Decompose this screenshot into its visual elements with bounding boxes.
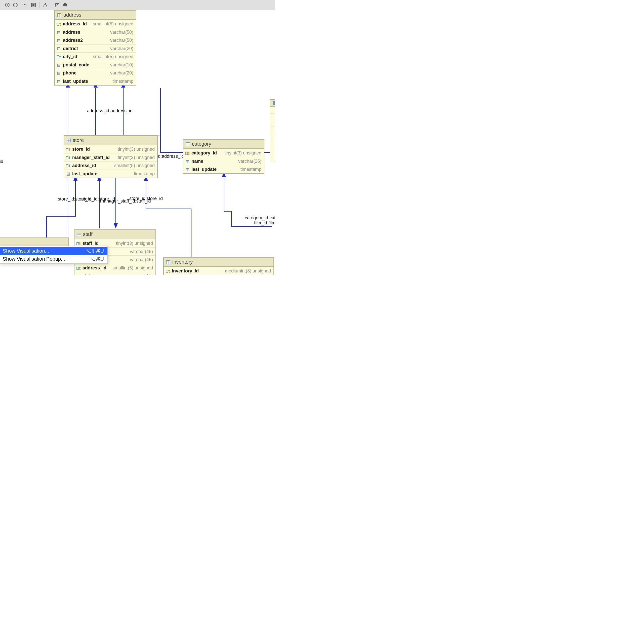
table-header[interactable]: inventory [164,258,273,267]
column-type: varchar(20) [110,46,133,52]
column-icon [185,159,190,163]
column-row[interactable]: city_idsmallint(5) unsigned [55,52,136,61]
table-store[interactable]: store store_idtinyint(3) unsignedmanager… [64,135,158,178]
zoom-actual-button[interactable]: 1:1 [20,2,29,9]
column-type: smallint(5) unsigned [112,265,153,271]
svg-rect-68 [69,150,70,151]
column-name: postal_code [63,62,89,68]
table-header[interactable]: category [183,140,264,149]
svg-rect-47 [60,58,61,58]
foreign-key-icon [57,55,61,59]
zoom-in-button[interactable] [4,2,11,9]
column-row[interactable]: namevarchar(25) [183,157,264,165]
table-address[interactable]: address address_idsmallint(5) unsignedad… [54,10,136,86]
table-body: category_idtinyint(3) unsignednamevarcha… [183,149,264,173]
svg-point-9 [46,6,47,7]
column-type: varchar(10) [110,62,133,68]
fit-to-screen-button[interactable] [30,2,37,9]
export-button[interactable] [53,2,61,9]
column-icon [57,63,61,67]
column-row[interactable]: inventory_idmediumint(8) unsigned [164,267,273,275]
column-type: varchar(20) [110,70,133,76]
table-body: address_idsmallint(5) unsignedaddressvar… [55,20,136,85]
svg-rect-108 [79,245,81,245]
svg-rect-6 [32,4,34,6]
table-icon [77,233,81,236]
column-type: smallint(5) unsigned [93,54,133,60]
column-row[interactable]: postal_codevarchar(10) [55,61,136,69]
erd-canvas[interactable]: 1:1 [0,0,275,275]
column-type: smallint(5) unsigned [93,21,133,27]
column-type: varchar(45) [130,257,153,263]
table-partial-right[interactable] [270,99,275,162]
table-title: store [73,137,84,143]
svg-rect-65 [66,149,68,151]
column-name: address2 [63,37,83,43]
svg-point-7 [45,3,46,4]
link-label: manager_staff_id:staff_id [100,198,151,204]
column-name: last_update [72,171,97,177]
column-name: inventory_id [172,268,199,274]
svg-marker-18 [114,223,118,228]
column-row [270,120,275,127]
svg-rect-12 [64,6,66,7]
column-row[interactable]: manager_staff_idtinyint(3) unsigned [64,153,157,162]
column-row[interactable]: last_updatetimestamp [55,77,136,85]
table-icon [57,13,61,17]
column-row[interactable]: addressvarchar(50) [55,28,136,36]
link-label: category_id:cat [245,215,275,221]
column-row [270,107,275,113]
column-name: address_id [63,21,87,27]
table-header[interactable] [270,100,275,107]
zoom-in-icon [5,3,10,8]
zoom-out-button[interactable] [12,2,19,9]
column-type: timestamp [134,171,155,177]
column-row[interactable]: address2varchar(50) [55,36,136,44]
link-label: film_id:film [254,220,275,226]
column-name: category_id [191,150,217,156]
column-row[interactable]: phonevarchar(20) [55,69,136,77]
svg-rect-118 [77,267,78,269]
table-title: category [192,141,211,147]
column-icon [185,167,190,171]
column-icon [57,38,61,42]
svg-rect-121 [79,269,81,270]
table-category[interactable]: category category_idtinyint(3) unsignedn… [183,139,264,174]
column-type: varchar(50) [110,37,133,43]
link-label: store_id:store_id [129,196,163,201]
column-row [270,113,275,120]
column-type: tinyint(3) unsigned [118,155,155,160]
svg-rect-134 [169,272,170,273]
menu-item[interactable]: Show Visualisation...⌥⇧⌘U [0,247,107,255]
table-title: staff [83,231,92,237]
column-name: district [63,46,78,52]
table-header[interactable]: address [55,11,136,20]
table-header[interactable]: staff [74,230,155,239]
table-inventory[interactable]: inventory inventory_idmediumint(8) unsig… [163,257,274,275]
column-row[interactable]: address_idsmallint(5) unsigned [64,161,157,170]
primary-key-icon [57,22,61,26]
layout-button[interactable] [42,2,49,9]
column-row[interactable]: store_idtinyint(3) unsigned [64,145,157,153]
column-row[interactable]: pictureblob [74,272,155,275]
svg-rect-131 [166,270,168,272]
column-row[interactable]: category_idtinyint(3) unsigned [183,149,264,157]
column-name: address_id [72,163,96,169]
layout-icon [43,3,48,8]
print-button[interactable] [61,2,69,9]
link-label: store_id:store_id [58,196,91,202]
table-header[interactable]: store [64,136,157,145]
column-icon [66,172,71,176]
menu-item-label: Show Visualisation... [3,248,80,254]
svg-point-8 [43,6,44,7]
svg-rect-145 [273,101,275,105]
column-name: last_update [63,78,88,84]
column-row[interactable]: last_updatetimestamp [64,170,157,178]
menu-item[interactable]: Show Visualisation Popup...⌥⌘U [0,255,107,263]
column-row[interactable]: address_idsmallint(5) unsigned [74,264,155,272]
column-row[interactable]: address_idsmallint(5) unsigned [55,20,136,28]
column-row[interactable]: districtvarchar(20) [55,44,136,53]
column-row [270,133,275,140]
column-name: address_id [83,265,106,271]
column-row[interactable]: last_updatetimestamp [183,165,264,173]
